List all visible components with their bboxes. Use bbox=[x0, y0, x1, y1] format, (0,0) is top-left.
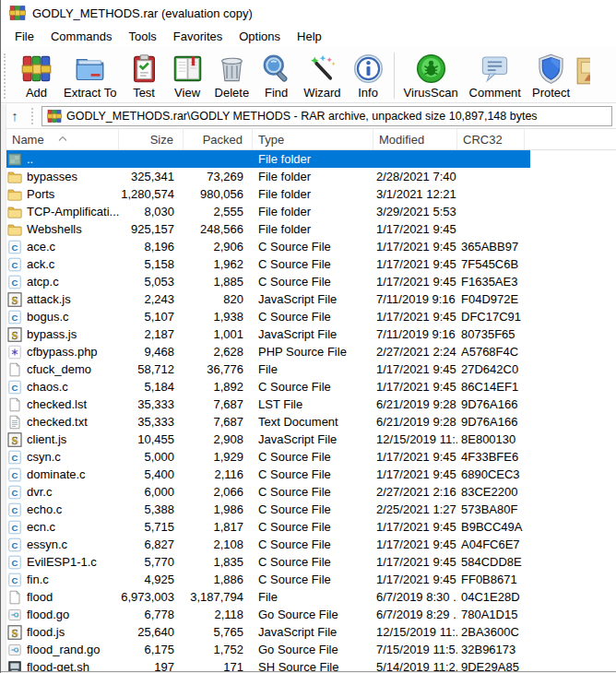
file-size: 5,388 bbox=[119, 502, 184, 516]
view-button[interactable]: View bbox=[166, 50, 209, 101]
menu-item-help[interactable]: Help bbox=[289, 28, 330, 45]
file-crc32: FF0B8671 bbox=[457, 573, 525, 586]
table-row[interactable]: TCP-Amplificati...8,0302,555File folder3… bbox=[6, 203, 616, 220]
delete-button[interactable]: Delete bbox=[209, 50, 255, 101]
table-row[interactable]: Sattack.js2,243820JavaScript File7/11/20… bbox=[6, 290, 616, 308]
c-file-icon: C bbox=[7, 240, 22, 254]
menu-item-options[interactable]: Options bbox=[231, 28, 289, 45]
table-row[interactable]: Cdvr.c6,0002,066C Source File2/27/2021 2… bbox=[6, 483, 616, 501]
svg-text:S: S bbox=[12, 328, 18, 341]
file-packed: 248,566 bbox=[184, 222, 253, 236]
address-bar-gripper[interactable] bbox=[31, 108, 39, 124]
table-row[interactable]: Cfin.c4,9251,886C Source File1/17/2021 9… bbox=[6, 571, 616, 588]
add-button[interactable]: Add bbox=[15, 50, 58, 101]
table-row[interactable]: ..File folder bbox=[6, 150, 616, 168]
wizard-button[interactable]: Wizard bbox=[298, 50, 346, 101]
go-file-icon bbox=[7, 643, 22, 657]
file-type: C Source File bbox=[253, 502, 373, 516]
table-row[interactable]: Cdominate.c5,4002,116C Source File1/17/2… bbox=[6, 466, 616, 483]
table-row[interactable]: Sbypass.js2,1871,001JavaScript File7/11/… bbox=[6, 325, 616, 343]
file-packed: 73,269 bbox=[184, 170, 253, 183]
file-modified: 2/27/2021 2:24 ... bbox=[373, 345, 457, 359]
table-row[interactable]: Ports1,280,574980,056File folder3/1/2021… bbox=[6, 185, 616, 203]
address-bar[interactable]: GODLY_METHODS.rar\GODLY METHODS - RAR ar… bbox=[41, 106, 612, 126]
js-file-icon: S bbox=[7, 432, 22, 447]
column-header-type[interactable]: Type bbox=[253, 129, 373, 149]
menu-item-commands[interactable]: Commands bbox=[42, 28, 120, 45]
table-row[interactable]: flood_rand.go6,1751,752Go Source File7/1… bbox=[6, 641, 616, 658]
menu-item-favorites[interactable]: Favorites bbox=[165, 28, 231, 45]
file-name: flood_rand.go bbox=[27, 643, 101, 656]
virusscan-button[interactable]: VirusScan bbox=[398, 50, 464, 101]
file-crc32: 9D76A166 bbox=[457, 415, 525, 429]
table-row[interactable]: bypasses325,34173,269File folder2/28/202… bbox=[6, 168, 616, 185]
table-row[interactable]: Catcp.c5,0531,885C Source File1/17/2021 … bbox=[6, 273, 616, 290]
file-type: C Source File bbox=[253, 257, 373, 271]
table-row[interactable]: Cecn.c5,7151,817C Source File1/17/2021 9… bbox=[6, 518, 616, 536]
table-row[interactable]: Ccsyn.c5,0001,929C Source File1/17/2021 … bbox=[6, 448, 616, 466]
file-name: client.js bbox=[27, 432, 66, 446]
table-row[interactable]: cfuck_demo58,71236,776File1/17/2021 9:45… bbox=[6, 360, 616, 378]
table-row[interactable]: Cchaos.c5,1841,892C Source File1/17/2021… bbox=[6, 378, 616, 396]
winrar-app-icon bbox=[9, 5, 26, 21]
file-icon bbox=[7, 362, 22, 377]
toolbar-button-label: Test bbox=[133, 86, 155, 100]
column-header-name[interactable]: Name bbox=[6, 129, 119, 149]
file-packed: 1,938 bbox=[184, 310, 253, 324]
column-header-packed[interactable]: Packed bbox=[184, 129, 253, 149]
column-header-size[interactable]: Size bbox=[119, 129, 184, 149]
sfx-icon-partial[interactable] bbox=[575, 50, 590, 89]
column-header-modified[interactable]: Modified bbox=[373, 129, 457, 149]
extract-to-button[interactable]: Extract To bbox=[58, 50, 123, 101]
table-row[interactable]: checked.txt35,3337,687Text Document6/21/… bbox=[6, 413, 616, 431]
table-row[interactable]: Cecho.c5,3881,986C Source File2/25/2021 … bbox=[6, 501, 616, 518]
file-type: File folder bbox=[253, 205, 373, 218]
file-crc32: A04FC6E7 bbox=[457, 537, 525, 551]
file-name-cell: Cbogus.c bbox=[6, 310, 119, 325]
table-row[interactable]: Sflood.js25,6405,765JavaScript File12/15… bbox=[6, 623, 616, 641]
table-row[interactable]: Cace.c8,1962,906C Source File1/17/2021 9… bbox=[6, 238, 616, 255]
c-file-icon: C bbox=[7, 450, 22, 465]
file-size: 4,925 bbox=[119, 573, 184, 586]
address-row: ↑ GODLY_METHODS.rar\GODLY METHODS - RAR … bbox=[1, 103, 616, 129]
toolbar-gripper[interactable] bbox=[4, 53, 13, 99]
table-row[interactable]: Cack.c5,1581,962C Source File1/17/2021 9… bbox=[6, 255, 616, 273]
winrar-add-icon bbox=[20, 53, 53, 85]
info-button[interactable]: Info bbox=[347, 50, 390, 101]
file-size: 35,333 bbox=[119, 397, 184, 411]
table-row[interactable]: cfbypass.php9,4682,628PHP Source File2/2… bbox=[6, 343, 616, 360]
menu-item-file[interactable]: File bbox=[6, 28, 42, 45]
table-row[interactable]: flood6,973,0033,187,794File6/7/2019 8:30… bbox=[6, 588, 616, 606]
file-crc32: 7F545C6B bbox=[457, 257, 525, 271]
file-type: Go Source File bbox=[253, 643, 373, 656]
c-file-icon: C bbox=[7, 520, 22, 535]
toolbar-button-label: Extract To bbox=[64, 86, 117, 100]
file-size: 5,715 bbox=[119, 520, 184, 534]
file-name: flood bbox=[27, 590, 53, 604]
sort-ascending-icon bbox=[58, 130, 67, 135]
file-icon bbox=[7, 397, 22, 412]
window-title: GODLY_METHODS.rar (evaluation copy) bbox=[32, 6, 253, 20]
table-row[interactable]: CEvilESP1-1.c5,7701,835C Source File1/17… bbox=[6, 553, 616, 571]
table-row[interactable]: checked.lst35,3337,687LST File6/21/2019 … bbox=[6, 396, 616, 413]
table-row[interactable]: Webshells925,157248,566File folder1/17/2… bbox=[6, 220, 616, 238]
file-type: C Source File bbox=[253, 380, 373, 394]
svg-text:C: C bbox=[12, 504, 18, 514]
table-row[interactable]: Sclient.js10,4552,908JavaScript File12/1… bbox=[6, 431, 616, 448]
svg-text:C: C bbox=[12, 259, 18, 269]
js-file-icon: S bbox=[7, 292, 22, 307]
comment-button[interactable]: Comment bbox=[464, 50, 527, 101]
menu-item-tools[interactable]: Tools bbox=[120, 28, 164, 45]
protect-button[interactable]: Protect bbox=[527, 50, 575, 101]
table-row[interactable]: flood.go6,7782,118Go Source File6/7/2019… bbox=[6, 606, 616, 623]
file-size: 325,341 bbox=[119, 170, 184, 183]
table-row[interactable]: Cbogus.c5,1071,938C Source File1/17/2021… bbox=[6, 308, 616, 325]
toolbar-button-label: Info bbox=[358, 86, 378, 100]
file-type: PHP Source File bbox=[253, 345, 373, 359]
find-button[interactable]: Find bbox=[255, 50, 298, 101]
table-row[interactable]: Cessyn.c6,8272,108C Source File1/17/2021… bbox=[6, 536, 616, 553]
column-header-crc32[interactable]: CRC32 bbox=[457, 129, 525, 149]
file-name-cell: flood.go bbox=[6, 608, 119, 622]
file-crc32: 8E800130 bbox=[457, 432, 525, 446]
test-button[interactable]: Test bbox=[123, 50, 166, 101]
